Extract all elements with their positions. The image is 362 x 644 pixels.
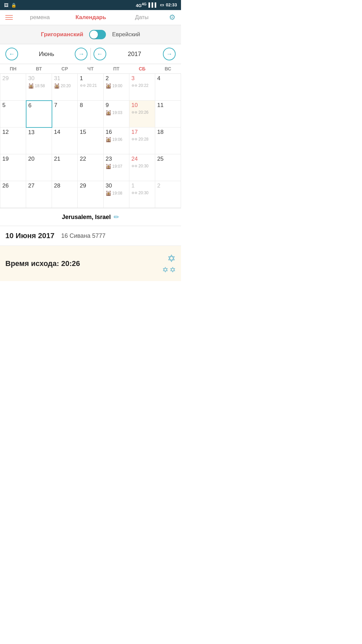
calendar-day[interactable]: 19 <box>0 154 26 181</box>
calendar-day[interactable]: 9🕍19:03 <box>104 101 129 127</box>
calendar-day[interactable]: 26 <box>0 181 26 208</box>
month-year-nav: ← Июнь → ← 2017 → <box>0 44 181 64</box>
day-number: 7 <box>54 102 76 109</box>
calendar-week-row: 1920212223🕍19:0724✡✡20:3025 <box>0 154 181 181</box>
calendar-day[interactable]: 10✡✡20:26 <box>129 101 155 127</box>
havdala-star-icon: ✡✡ <box>131 191 137 195</box>
calendar-week-row: 2930🕍18:5831🕍20:201✡✡20:212🕍19:003✡✡20:2… <box>0 74 181 101</box>
day-number: 2 <box>106 75 127 82</box>
day-time-info: 🕍19:08 <box>106 191 127 196</box>
calendar-day[interactable]: 29 <box>78 181 104 208</box>
location-bar: Jerusalem, Israel ✏ <box>0 208 181 226</box>
shul-icon: 🕍 <box>106 110 111 115</box>
gregorian-label[interactable]: Григорианский <box>41 31 83 38</box>
calendar-day[interactable]: 16🕍19:06 <box>104 127 129 154</box>
calendar-day[interactable]: 22 <box>78 154 104 181</box>
day-number: 21 <box>54 156 75 162</box>
tab-dates[interactable]: Даты <box>118 13 166 22</box>
day-number: 10 <box>131 102 153 109</box>
calendar-day[interactable]: 6 <box>26 101 52 127</box>
toggle-switch[interactable] <box>89 30 106 39</box>
day-number: 17 <box>131 129 153 136</box>
calendar-day[interactable]: 29 <box>0 74 26 101</box>
star-icon-3: ✡ <box>170 266 176 274</box>
day-time-info: ✡✡20:28 <box>131 137 153 142</box>
weekday-thu: ЧТ <box>78 64 104 74</box>
day-number: 24 <box>131 156 153 162</box>
star-decoration: ✡ ✡ ✡ <box>162 253 176 274</box>
star-row-bottom: ✡ ✡ <box>162 266 176 274</box>
top-nav: ремена Календарь Даты ⚙ <box>0 10 181 25</box>
star-row-top: ✡ <box>167 253 176 264</box>
next-month-button[interactable]: → <box>75 48 87 60</box>
calendar-day[interactable]: 13 <box>26 127 52 154</box>
calendar-day[interactable]: 8 <box>78 101 104 127</box>
calendar-day[interactable]: 2🕍19:00 <box>104 74 129 101</box>
settings-icon[interactable]: ⚙ <box>169 13 176 22</box>
day-number: 28 <box>54 182 75 189</box>
calendar-body: 2930🕍18:5831🕍20:201✡✡20:212🕍19:003✡✡20:2… <box>0 74 181 208</box>
day-time: 20:22 <box>138 83 148 88</box>
calendar-day[interactable]: 17✡✡20:28 <box>129 127 155 154</box>
calendar-day[interactable]: 4 <box>155 74 181 101</box>
havdala-star-icon: ✡✡ <box>131 164 137 168</box>
next-year-button[interactable]: → <box>163 48 176 60</box>
jewish-label[interactable]: Еврейский <box>112 31 140 38</box>
shul-icon: 🕍 <box>106 83 111 89</box>
calendar-week-row: 2627282930🕍19:081✡✡20:302 <box>0 181 181 208</box>
star-icon-2: ✡ <box>162 266 168 274</box>
calendar-day[interactable]: 27 <box>26 181 52 208</box>
shul-icon: 🕍 <box>106 137 111 142</box>
calendar-day[interactable]: 21 <box>52 154 78 181</box>
prev-year-button[interactable]: ← <box>94 48 106 60</box>
tab-calendar[interactable]: Календарь <box>67 13 115 22</box>
signal-bars: ▌▌▌ <box>148 2 158 7</box>
year-label: 2017 <box>128 51 141 58</box>
hebrew-date: 16 Сивана 5777 <box>61 232 105 239</box>
calendar-day[interactable]: 15 <box>78 127 104 154</box>
calendar-day[interactable]: 3✡✡20:22 <box>129 74 155 101</box>
calendar-day[interactable]: 20 <box>26 154 52 181</box>
calendar-day[interactable]: 30🕍18:58 <box>26 74 52 101</box>
day-number: 20 <box>28 156 50 162</box>
day-time: 20:30 <box>138 191 148 195</box>
calendar-day[interactable]: 7 <box>52 101 78 127</box>
star-icon-1: ✡ <box>167 253 176 264</box>
calendar-day[interactable]: 18 <box>155 127 181 154</box>
hamburger-menu[interactable] <box>5 15 13 20</box>
havdala-star-icon: ✡✡ <box>131 84 137 88</box>
day-number: 23 <box>106 156 127 162</box>
day-number: 25 <box>157 156 179 162</box>
calendar-day[interactable]: 11 <box>155 101 181 127</box>
calendar-day[interactable]: 1✡✡20:21 <box>78 74 104 101</box>
day-number: 2 <box>157 182 179 189</box>
day-time-info: 🕍19:07 <box>106 164 127 169</box>
calendar-day[interactable]: 5 <box>0 101 26 127</box>
battery-icon: ▭ <box>160 2 164 7</box>
calendar-day[interactable]: 23🕍19:07 <box>104 154 129 181</box>
calendar-day[interactable]: 24✡✡20:30 <box>129 154 155 181</box>
havdala-bar: Время исхода: 20:26 ✡ ✡ ✡ <box>0 246 181 281</box>
day-time: 20:28 <box>138 137 148 142</box>
clock: 02:33 <box>166 2 177 7</box>
month-label: Июнь <box>39 51 54 58</box>
calendar-day[interactable]: 28 <box>52 181 78 208</box>
calendar-week-row: 56789🕍19:0310✡✡20:2611 <box>0 101 181 127</box>
calendar-day[interactable]: 25 <box>155 154 181 181</box>
calendar-day[interactable]: 30🕍19:08 <box>104 181 129 208</box>
calendar-day[interactable]: 12 <box>0 127 26 154</box>
calendar-day[interactable]: 31🕍20:20 <box>52 74 78 101</box>
calendar-day[interactable]: 14 <box>52 127 78 154</box>
day-number: 14 <box>54 129 75 136</box>
day-time-info: ✡✡20:30 <box>131 191 153 195</box>
calendar-day[interactable]: 2 <box>155 181 181 208</box>
day-number: 6 <box>28 102 50 109</box>
prev-month-button[interactable]: ← <box>5 48 18 60</box>
day-number: 18 <box>157 129 179 136</box>
day-number: 16 <box>106 129 127 136</box>
calendar-day[interactable]: 1✡✡20:30 <box>129 181 155 208</box>
nav-divider <box>90 48 91 60</box>
day-time-info: ✡✡20:22 <box>131 83 153 88</box>
edit-location-icon[interactable]: ✏ <box>114 213 119 221</box>
tab-vremena[interactable]: ремена <box>16 13 64 22</box>
